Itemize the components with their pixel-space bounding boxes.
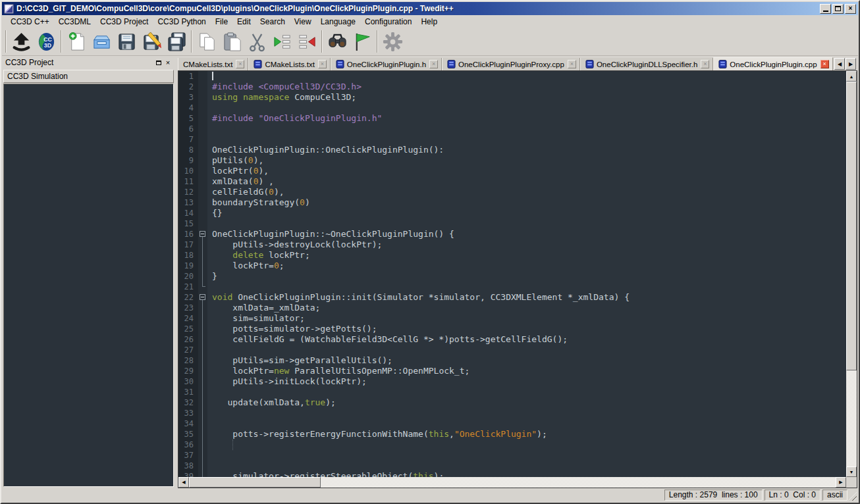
code-line[interactable]: 19 lockPtr=0; bbox=[178, 261, 846, 271]
menu-help[interactable]: Help bbox=[416, 16, 442, 27]
code-line[interactable]: 38 bbox=[178, 461, 846, 471]
maximize-button[interactable] bbox=[832, 4, 844, 14]
fold-marker[interactable] bbox=[198, 229, 207, 239]
vertical-scroll-thumb[interactable] bbox=[846, 82, 857, 370]
code-line[interactable]: 2#include <CompuCell3D/CC3D.h> bbox=[178, 82, 846, 92]
code-line[interactable]: 4 bbox=[178, 103, 846, 113]
code-line[interactable]: 21 bbox=[178, 282, 846, 292]
tab-scroll-right-button[interactable]: ▶ bbox=[846, 58, 856, 70]
code-line[interactable]: 6 bbox=[178, 124, 846, 134]
bookmark-flag-button[interactable] bbox=[350, 29, 375, 54]
copy-button[interactable] bbox=[194, 29, 219, 54]
code-line[interactable]: 7 bbox=[178, 134, 846, 145]
close-button[interactable]: × bbox=[845, 4, 856, 14]
tab-close-button[interactable]: × bbox=[318, 60, 327, 68]
project-tree-body[interactable] bbox=[3, 84, 174, 487]
dock-float-button[interactable] bbox=[154, 58, 163, 67]
horizontal-scrollbar[interactable]: ◀ ▶ bbox=[178, 477, 846, 488]
menu-language[interactable]: Language bbox=[316, 16, 360, 27]
code-line[interactable]: 34 bbox=[178, 418, 846, 429]
tab-scroll-left-button[interactable]: ◀ bbox=[834, 58, 845, 70]
settings-button[interactable] bbox=[380, 29, 405, 54]
tab-close-button[interactable]: × bbox=[429, 60, 438, 68]
code-line[interactable]: 1 bbox=[178, 71, 846, 82]
tab-cmakelists-txt[interactable]: CMakeLists.txt× bbox=[248, 58, 330, 70]
scroll-down-button[interactable]: ▼ bbox=[846, 466, 857, 477]
code-line[interactable]: 31 bbox=[178, 387, 846, 397]
vertical-scrollbar[interactable]: ▲ ▼ bbox=[846, 71, 857, 477]
tab-close-button[interactable]: × bbox=[701, 60, 709, 68]
menu-view[interactable]: View bbox=[290, 16, 316, 27]
code-line[interactable]: 18 delete lockPtr; bbox=[178, 250, 846, 261]
code-line[interactable]: 27 bbox=[178, 345, 846, 355]
vertical-scroll-track[interactable] bbox=[846, 82, 857, 466]
minimize-button[interactable] bbox=[820, 4, 831, 14]
tab-oneclickpluginplugin-h[interactable]: OneClickPluginPlugin.h× bbox=[331, 58, 442, 70]
code-line[interactable]: 20} bbox=[178, 271, 846, 282]
menu-configuration[interactable]: Configuration bbox=[360, 16, 416, 27]
code-line[interactable]: 16OneClickPluginPlugin::~OneClickPluginP… bbox=[178, 229, 846, 239]
code-line[interactable]: 3using namespace CompuCell3D; bbox=[178, 92, 846, 103]
code-line[interactable]: 24 sim=simulator; bbox=[178, 313, 846, 324]
code-line[interactable]: 12cellFieldG(0), bbox=[178, 187, 846, 197]
code-line[interactable]: 14{} bbox=[178, 208, 846, 218]
scroll-up-button[interactable]: ▲ bbox=[846, 71, 857, 82]
code-line[interactable]: 35 potts->registerEnergyFunctionWithName… bbox=[178, 429, 846, 440]
menu-cc3d-project[interactable]: CC3D Project bbox=[95, 16, 153, 27]
paste-button[interactable] bbox=[219, 29, 244, 54]
tab-oneclickplugindllspecifier-h[interactable]: OneClickPluginDLLSpecifier.h× bbox=[580, 58, 713, 70]
menu-cc3d-python[interactable]: CC3D Python bbox=[153, 16, 210, 27]
tab-cmakelists-txt[interactable]: CMakeLists.txt× bbox=[178, 58, 248, 70]
scroll-left-button[interactable]: ◀ bbox=[178, 477, 189, 488]
eject-button[interactable] bbox=[9, 29, 34, 54]
unindent-button[interactable] bbox=[294, 29, 319, 54]
cut-button[interactable] bbox=[244, 29, 269, 54]
tab-close-button[interactable]: × bbox=[236, 60, 244, 68]
code-line[interactable]: 33 bbox=[178, 408, 846, 418]
code-line[interactable]: 11xmlData(0) , bbox=[178, 176, 846, 187]
code-line[interactable]: 32 update(xmlData,true); bbox=[178, 397, 846, 408]
fold-marker[interactable] bbox=[198, 292, 207, 303]
dock-close-button[interactable]: × bbox=[163, 58, 173, 67]
horizontal-scroll-thumb[interactable] bbox=[189, 477, 321, 488]
code-line[interactable]: 10lockPtr(0), bbox=[178, 166, 846, 176]
open-button[interactable] bbox=[89, 29, 114, 54]
new-file-button[interactable] bbox=[64, 29, 89, 54]
horizontal-scroll-track[interactable] bbox=[189, 477, 836, 488]
code-line[interactable]: 15 bbox=[178, 218, 846, 229]
code-line[interactable]: 37 bbox=[178, 450, 846, 461]
code-line[interactable]: 36 bbox=[178, 440, 846, 450]
code-line[interactable]: 30 pUtils->initLock(lockPtr); bbox=[178, 376, 846, 387]
code-line[interactable]: 39 simulator->registerSteerableObject(th… bbox=[178, 471, 846, 477]
code-line[interactable]: 26 cellFieldG = (WatchableField3D<CellG … bbox=[178, 334, 846, 345]
code-line[interactable]: 23 xmlData=_xmlData; bbox=[178, 303, 846, 313]
tab-close-button[interactable]: × bbox=[820, 60, 829, 68]
menu-cc3d-c[interactable]: CC3D C++ bbox=[6, 16, 54, 27]
save-all-button[interactable] bbox=[164, 29, 189, 54]
scroll-right-button[interactable]: ▶ bbox=[836, 477, 846, 488]
indent-button[interactable] bbox=[269, 29, 294, 54]
menu-search[interactable]: Search bbox=[255, 16, 290, 27]
menu-cc3dml[interactable]: CC3DML bbox=[54, 16, 95, 27]
save-as-button[interactable] bbox=[139, 29, 164, 54]
code-area[interactable]: 12#include <CompuCell3D/CC3D.h>3using na… bbox=[178, 71, 846, 477]
code-line[interactable]: 9pUtils(0), bbox=[178, 155, 846, 166]
tab-oneclickpluginpluginproxy-cpp[interactable]: OneClickPluginPluginProxy.cpp× bbox=[442, 58, 580, 70]
code-line[interactable]: 17 pUtils->destroyLock(lockPtr); bbox=[178, 239, 846, 250]
menu-file[interactable]: File bbox=[211, 16, 232, 27]
code-line[interactable]: 29 lockPtr=new ParallelUtilsOpenMP::Open… bbox=[178, 366, 846, 376]
project-tree-root[interactable]: CC3D Simulation bbox=[3, 70, 174, 83]
cc3d-logo-button[interactable]: CC3D bbox=[34, 29, 59, 54]
tab-close-button[interactable]: × bbox=[568, 60, 576, 68]
tab-oneclickpluginplugin-cpp[interactable]: OneClickPluginPlugin.cpp× bbox=[713, 57, 832, 70]
code-line[interactable]: 13boundaryStrategy(0) bbox=[178, 197, 846, 208]
code-line[interactable]: 22void OneClickPluginPlugin::init(Simula… bbox=[178, 292, 846, 303]
code-line[interactable]: 28 pUtils=sim->getParallelUtils(); bbox=[178, 355, 846, 366]
resize-grip-icon[interactable] bbox=[848, 492, 857, 501]
code-line[interactable]: 8OneClickPluginPlugin::OneClickPluginPlu… bbox=[178, 145, 846, 155]
find-in-files-button[interactable] bbox=[325, 29, 350, 54]
menu-edit[interactable]: Edit bbox=[232, 16, 255, 27]
code-line[interactable]: 25 potts=simulator->getPotts(); bbox=[178, 324, 846, 334]
code-line[interactable]: 5#include "OneClickPluginPlugin.h" bbox=[178, 113, 846, 124]
save-button[interactable] bbox=[114, 29, 139, 54]
